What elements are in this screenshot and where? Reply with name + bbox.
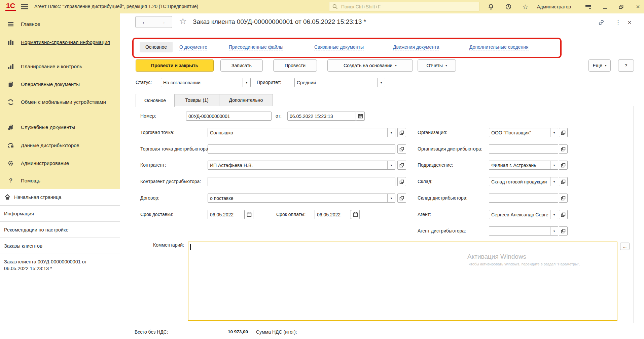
close-document-icon[interactable]: × [625,18,634,27]
open-icon[interactable] [559,210,568,219]
sidebar-item-operational-docs[interactable]: Оперативные документы [0,81,120,88]
open-icon[interactable] [397,194,406,203]
open-icon[interactable] [559,177,568,186]
dropdown-button[interactable]: ▾ [550,128,558,137]
create-based-on-button[interactable]: Создать на основании ▾ [327,59,413,72]
more-button[interactable]: Еще ▾ [588,59,611,72]
status-label: Статус: [136,78,152,87]
sidebar-item-customer-orders[interactable]: Заказы клиентов [0,238,120,254]
open-icon[interactable] [397,177,406,186]
service-menu-icon[interactable] [584,3,592,10]
notifications-bell-icon[interactable] [487,3,495,10]
payment-date-input[interactable]: 06.05.2022 [315,210,351,219]
dropdown-button[interactable]: ▾ [387,161,395,169]
dropdown-button[interactable]: ▾ [387,194,395,202]
comment-expand-button[interactable]: ... [620,243,630,250]
contractor-select[interactable]: ИП Астафьева Н.В. ▾ [208,161,395,170]
open-icon[interactable] [559,226,568,236]
dropdown-button[interactable]: ▾ [550,227,558,235]
doc-tab-additional-info[interactable]: Дополнительные сведения [469,44,529,50]
history-icon[interactable] [505,3,512,10]
current-user[interactable]: Администратор [537,4,571,9]
doc-tab-about[interactable]: О документе [179,44,207,50]
forward-button[interactable]: → [154,16,172,28]
close-window-icon[interactable]: × [634,3,642,11]
form-tab-main[interactable]: Основное [136,94,175,107]
dropdown-button[interactable]: ▾ [387,128,395,137]
trade-point-select[interactable]: Солнышко ▾ [208,128,395,137]
write-button[interactable]: Записать [220,59,263,72]
get-link-icon[interactable] [597,18,605,27]
doc-tab-linked-docs[interactable]: Связанные документы [314,44,364,50]
agent-dist-select[interactable]: ▾ [489,226,558,236]
date-input[interactable]: 06.05.2022 15:23:13 [287,112,356,121]
open-icon[interactable] [559,128,568,137]
number-input[interactable]: 00УД-00000000001 [186,112,272,121]
open-icon[interactable] [397,144,406,154]
priority-select[interactable]: Средний ▾ [294,78,385,87]
minimize-button[interactable] [601,3,609,11]
dropdown-button[interactable]: ▾ [377,78,385,87]
agent-select[interactable]: Сергеев Александр Серге ▾ [489,210,558,219]
calendar-icon[interactable] [351,210,360,219]
contractor-dist-input[interactable] [208,177,395,186]
sidebar-item-help[interactable]: ? Помощь [0,177,120,184]
history-nav: ← → [135,16,172,28]
warehouse-dist-input[interactable] [489,194,558,203]
status-select[interactable]: На согласовании ▾ [161,78,251,87]
dropdown-button[interactable]: ▾ [550,161,558,169]
favorites-star-icon[interactable]: ☆ [522,3,529,10]
doc-tab-main[interactable]: Основное [140,42,173,52]
calendar-icon[interactable] [245,210,253,219]
open-icon[interactable] [559,161,568,170]
contract-select[interactable]: о поставке ▾ [208,194,395,203]
favorite-star-icon[interactable]: ☆ [179,16,187,26]
dropdown-button[interactable]: ▾ [243,78,250,87]
trade-point-dist-input[interactable] [208,144,395,154]
search-input[interactable] [341,4,470,10]
sidebar-item-service-docs[interactable]: Служебные документы [0,124,120,131]
chevron-down-icon: ▾ [445,64,447,67]
organization-select[interactable]: ООО "Поставщик" ▾ [489,128,558,137]
main-menu-icon[interactable] [21,3,28,10]
gear-icon [7,160,15,167]
sidebar-item-main[interactable]: Главное [0,20,120,28]
form-tab-additional[interactable]: Дополнительно [219,94,273,106]
sidebar-item-home[interactable]: Начальная страница [0,189,120,206]
reports-button[interactable]: Отчеты ▾ [418,59,456,72]
sidebar-item-reference-info[interactable]: Нормативно-справочная информация [0,39,120,46]
doc-tab-attached-files[interactable]: Присоединенные файлы [229,44,283,50]
open-icon[interactable] [559,144,568,154]
service-documents-icon [7,124,15,131]
form-tab-goods[interactable]: Товары (1) [175,94,219,106]
sidebar-item-setup-recommendations[interactable]: Рекомендации по настройке [0,222,120,238]
dropdown-button[interactable]: ▾ [550,210,558,219]
comment-input[interactable] [188,242,617,321]
page-label: Рекомендации по настройке [4,226,68,233]
delivery-date-input[interactable]: 06.05.2022 [208,210,245,219]
sidebar-item-current-order[interactable]: Заказ клиента 00УД-00000000001 от 06.05.… [0,254,120,278]
global-search[interactable] [329,2,479,11]
open-icon[interactable] [397,128,406,137]
organization-dist-input[interactable] [489,144,558,154]
priority-value: Средний [297,80,377,85]
open-icon[interactable] [559,194,568,203]
post-button[interactable]: Провести [273,59,317,72]
sidebar-item-administration[interactable]: Администрирование [0,160,120,167]
division-value: Филиал г. Астрахань [491,163,550,168]
open-icon[interactable] [397,161,406,170]
sidebar-item-mobile-exchange[interactable]: Обмен с мобильными устройствами [0,98,120,105]
back-button[interactable]: ← [136,16,154,28]
post-and-close-button[interactable]: Провести и закрыть [136,59,214,72]
more-actions-icon[interactable]: ⋮ [614,18,622,27]
warehouse-select[interactable]: Склад готовой продукции ▾ [489,177,558,186]
sidebar-item-information[interactable]: Информация [0,206,120,222]
division-select[interactable]: Филиал г. Астрахань ▾ [489,161,558,170]
doc-tab-movements[interactable]: Движения документа [393,44,439,50]
sidebar-item-planning[interactable]: Планирование и контроль [0,63,120,70]
dropdown-button[interactable]: ▾ [550,177,558,186]
restore-window-button[interactable] [617,3,625,11]
help-button[interactable]: ? [618,59,634,72]
calendar-icon[interactable] [356,112,365,121]
sidebar-item-distributors-data[interactable]: Данные дистрибьюторов [0,142,120,149]
